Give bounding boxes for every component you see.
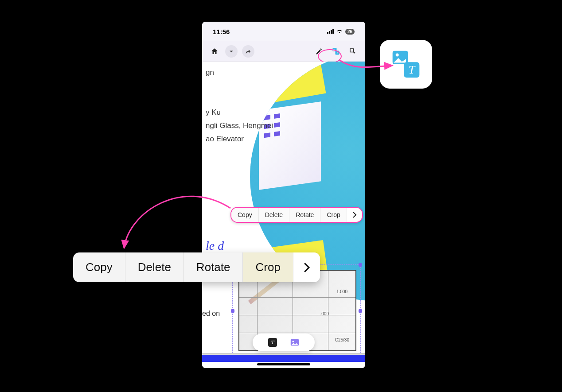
chevron-right-icon (352, 212, 357, 218)
chevron-right-icon (303, 262, 310, 273)
context-rotate-big[interactable]: Rotate (184, 252, 243, 282)
svg-point-5 (293, 341, 294, 342)
battery-level: 26 (345, 29, 355, 35)
context-copy[interactable]: Copy (231, 208, 259, 222)
context-more-big[interactable] (293, 252, 320, 282)
app-toolbar: T (202, 41, 365, 62)
text-fragment: ao Elevator (206, 132, 273, 146)
text-fragment: y Ku (206, 106, 273, 119)
context-crop-big[interactable]: Crop (243, 252, 293, 282)
selection-tool-icon[interactable] (347, 45, 359, 58)
context-menu-small: Copy Delete Rotate Crop (230, 207, 363, 223)
phone-frame: 11:56 26 (202, 22, 365, 368)
heading-fragment: le d (206, 239, 224, 253)
image-text-icon: T (390, 49, 422, 80)
insert-image-button[interactable] (289, 337, 300, 348)
context-menu-enlarged: Copy Delete Rotate Crop (73, 252, 320, 282)
insert-text-button[interactable]: T (267, 337, 278, 348)
image-icon (290, 338, 300, 347)
image-text-tool-icon[interactable]: T (330, 45, 342, 58)
context-copy-big[interactable]: Copy (73, 252, 125, 282)
page-footer-band (202, 355, 365, 362)
text-fragment: gn (206, 66, 273, 79)
callout-tile: T (380, 40, 432, 89)
text-icon: T (268, 338, 277, 347)
svg-point-1 (334, 49, 335, 50)
context-crop[interactable]: Crop (320, 208, 347, 222)
context-delete-big[interactable]: Delete (125, 252, 184, 282)
highlighter-icon[interactable] (313, 45, 325, 58)
context-rotate[interactable]: Rotate (289, 208, 320, 222)
home-indicator (257, 363, 310, 365)
cellular-icon (327, 29, 334, 34)
doc-text-fragment: gn y Ku ngli Glass, Hengmei ao Elevator (202, 66, 273, 146)
svg-point-7 (396, 54, 399, 57)
context-more[interactable] (347, 208, 362, 222)
text-fragment: ed on (202, 310, 220, 318)
status-bar: 11:56 26 (202, 22, 365, 41)
text-fragment: ngli Glass, Hengmei (206, 119, 273, 132)
chevron-down-icon[interactable] (225, 45, 238, 58)
insert-toolbar: T (253, 334, 315, 351)
svg-text:T: T (409, 63, 416, 76)
redo-icon[interactable] (242, 45, 254, 58)
status-time: 11:56 (213, 28, 230, 35)
home-icon[interactable] (208, 45, 221, 58)
wifi-icon (336, 29, 343, 34)
context-delete[interactable]: Delete (259, 208, 289, 222)
